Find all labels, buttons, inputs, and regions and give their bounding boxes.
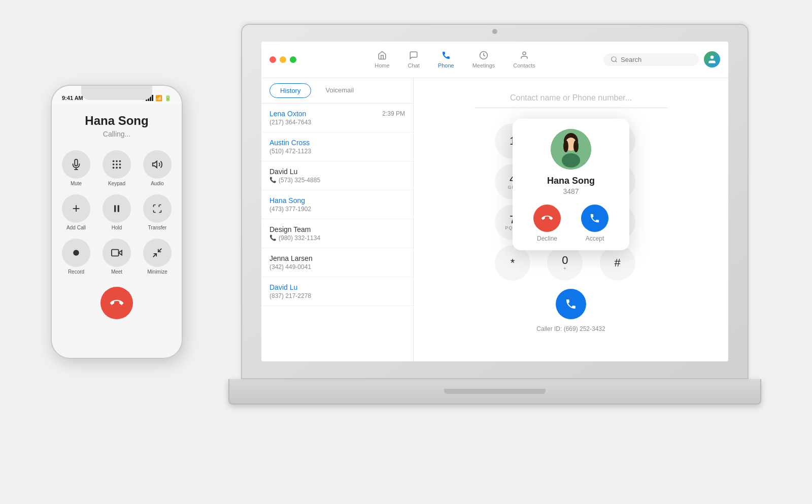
keypad-label: Keypad: [108, 181, 125, 186]
meet-icon: [103, 239, 131, 267]
home-label: Home: [375, 62, 389, 69]
call-name: Austin Cross: [269, 139, 310, 147]
svg-marker-11: [153, 161, 157, 167]
nav-contacts[interactable]: Contacts: [506, 48, 542, 72]
incoming-call-overlay: Hana Song 3487: [513, 119, 629, 250]
phone-nav-icon: [442, 51, 451, 61]
call-list-item[interactable]: Lena Oxton 2:39 PM (217) 364-7643: [261, 104, 413, 132]
chat-label: Chat: [408, 62, 420, 69]
iphone-keypad-button[interactable]: Keypad: [100, 150, 133, 186]
call-number: (573) 325-4885: [279, 177, 320, 184]
iphone-transfer-button[interactable]: Transfer: [141, 194, 174, 230]
dial-num: 0: [562, 255, 568, 266]
search-bar[interactable]: [603, 53, 699, 66]
svg-rect-16: [112, 249, 119, 256]
iphone-record-button[interactable]: Record: [60, 239, 92, 275]
svg-point-6: [116, 163, 118, 165]
user-avatar[interactable]: [704, 51, 720, 68]
svg-point-9: [116, 166, 118, 169]
audio-label: Audio: [151, 181, 164, 186]
iphone-meet-button[interactable]: Meet: [100, 239, 133, 275]
laptop-camera: [492, 29, 497, 34]
svg-point-21: [612, 57, 616, 61]
call-history-panel: History Voicemail Lena Oxton 2:39 PM: [261, 78, 414, 361]
history-tabs: History Voicemail: [261, 78, 413, 104]
wifi-icon: 📶: [155, 95, 162, 102]
tab-voicemail[interactable]: Voicemail: [315, 83, 364, 98]
transfer-icon: [143, 194, 172, 223]
call-list: Lena Oxton 2:39 PM (217) 364-7643 Austin…: [261, 104, 413, 361]
add-call-label: Add Call: [66, 225, 86, 230]
meet-label: Meet: [111, 269, 122, 275]
search-input[interactable]: [621, 56, 692, 63]
nav-home[interactable]: Home: [367, 48, 396, 72]
nav-phone[interactable]: Phone: [431, 48, 461, 72]
iphone-device: 9:41 AM 📶 🔋 Hana Song Calling...: [51, 85, 183, 359]
call-list-item[interactable]: Hana Song (473) 377-1902: [261, 190, 413, 219]
incoming-caller-ext: 3487: [563, 187, 579, 195]
battery-icon: 🔋: [164, 95, 172, 102]
mute-label: Mute: [71, 181, 82, 186]
laptop-device: Home Chat: [228, 24, 761, 481]
call-list-item[interactable]: Jenna Larsen (342) 449-0041: [261, 248, 413, 277]
iphone-hold-button[interactable]: Hold: [100, 194, 133, 230]
svg-rect-12: [114, 205, 116, 212]
hold-label: Hold: [112, 225, 122, 230]
svg-point-20: [523, 52, 526, 55]
contacts-label: Contacts: [513, 62, 535, 69]
nav-meetings[interactable]: Meetings: [465, 48, 502, 72]
phone-input[interactable]: Contact name or Phone number...: [475, 88, 667, 108]
svg-point-10: [119, 166, 121, 169]
dial-key-*[interactable]: *: [495, 245, 530, 281]
close-button[interactable]: [269, 56, 276, 63]
home-icon: [378, 51, 387, 61]
iphone-audio-button[interactable]: Audio: [141, 150, 174, 186]
dial-call-button[interactable]: [556, 289, 586, 319]
dial-num: *: [511, 257, 515, 268]
audio-icon: [143, 150, 172, 179]
minimize-window-button[interactable]: [280, 56, 286, 63]
iphone-call-screen: Hana Song Calling...: [52, 104, 182, 358]
call-name: Lena Oxton: [269, 110, 306, 118]
dial-key-0[interactable]: 0 +: [547, 245, 583, 281]
call-name: Jenna Larsen: [269, 254, 313, 262]
call-list-item[interactable]: Austin Cross (510) 472-1123: [261, 132, 413, 161]
svg-point-7: [119, 163, 121, 165]
svg-point-28: [563, 140, 568, 152]
nav-chat[interactable]: Chat: [401, 48, 427, 72]
search-icon: [611, 56, 618, 63]
decline-button[interactable]: [533, 205, 561, 232]
accept-label: Accept: [586, 235, 604, 242]
call-number: (510) 472-1123: [269, 148, 311, 155]
main-content: History Voicemail Lena Oxton 2:39 PM: [261, 78, 728, 361]
call-name: David Lu: [269, 283, 297, 291]
laptop-lid: Home Chat: [241, 24, 749, 379]
call-actions: Decline Accept: [533, 205, 608, 242]
iphone-minimize-button[interactable]: Minimize: [141, 239, 174, 275]
window-controls: [269, 56, 296, 63]
dial-num: #: [615, 257, 621, 268]
svg-point-4: [119, 160, 121, 162]
tab-history[interactable]: History: [269, 83, 311, 98]
svg-marker-15: [119, 250, 122, 255]
call-name: David Lu: [269, 167, 297, 176]
accept-group: Accept: [581, 205, 608, 242]
svg-point-8: [113, 166, 115, 169]
top-bar: Home Chat: [261, 42, 728, 78]
iphone-add-call-button[interactable]: + Add Call: [60, 194, 92, 230]
accept-button[interactable]: [581, 205, 608, 232]
iphone-caller-name: Hana Song: [85, 114, 148, 128]
chat-icon: [409, 51, 418, 61]
dial-key-#[interactable]: #: [600, 245, 635, 281]
svg-rect-13: [118, 205, 119, 212]
phone-label: Phone: [438, 62, 454, 69]
call-number: (217) 364-7643: [269, 119, 311, 126]
call-number: (980) 332-1134: [279, 234, 320, 242]
iphone-mute-button[interactable]: Mute: [60, 150, 92, 186]
call-list-item[interactable]: Design Team 📞 (980) 332-1134: [261, 219, 413, 248]
laptop-notch: [444, 389, 546, 394]
iphone-end-call-button[interactable]: [100, 287, 133, 319]
call-list-item[interactable]: David Lu (837) 217-2278: [261, 277, 413, 306]
maximize-button[interactable]: [290, 56, 296, 63]
call-list-item[interactable]: David Lu 📞 (573) 325-4885: [261, 161, 413, 190]
